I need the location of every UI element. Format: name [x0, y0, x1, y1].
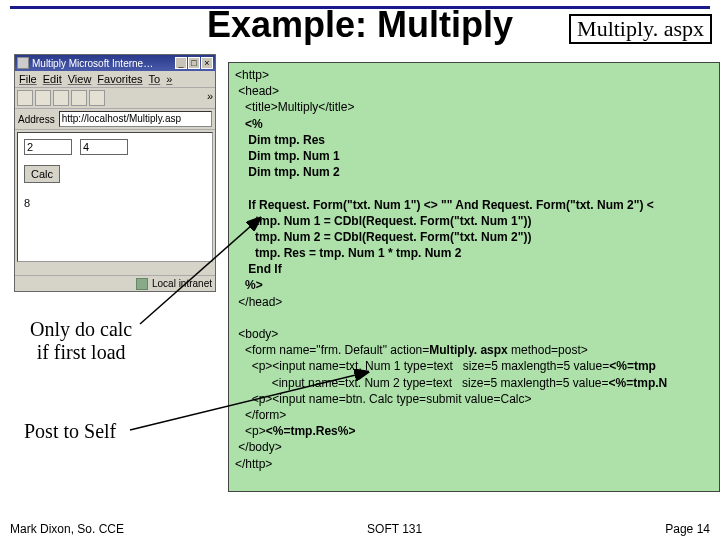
- minimize-button[interactable]: _: [175, 57, 187, 69]
- result-text: 8: [24, 197, 206, 209]
- code-line: End If: [235, 262, 282, 276]
- code-box: <http> <head> <title>Multiply</title> <%…: [228, 62, 720, 492]
- menu-favorites[interactable]: Favorites: [97, 73, 142, 85]
- code-line: <title>Multiply</title>: [235, 100, 354, 114]
- code-line: tmp. Num 2 = CDbl(Request. Form("txt. Nu…: [235, 230, 531, 244]
- status-text: Local intranet: [152, 278, 212, 289]
- code-line: Dim tmp. Res: [235, 133, 325, 147]
- caption-calc: Only do calc if first load: [30, 318, 132, 364]
- code-line: <%: [235, 117, 263, 131]
- code-line: </form>: [235, 408, 286, 422]
- back-icon[interactable]: [17, 90, 33, 106]
- code-line: %>: [235, 278, 263, 292]
- code-line: Dim tmp. Num 1: [235, 149, 340, 163]
- code-line: <body>: [235, 327, 278, 341]
- browser-toolbar: »: [15, 88, 215, 109]
- footer: Mark Dixon, So. CCE SOFT 131 Page 14: [0, 522, 720, 536]
- calc-button[interactable]: Calc: [24, 165, 60, 183]
- forward-icon[interactable]: [35, 90, 51, 106]
- address-bar: Address http://localhost/Multiply.asp: [15, 109, 215, 130]
- code-line: If Request. Form("txt. Num 1") <> "" And…: [235, 198, 654, 212]
- browser-titlebar: Multiply Microsoft Interne… _ □ ×: [15, 55, 215, 71]
- footer-left: Mark Dixon, So. CCE: [10, 522, 124, 536]
- refresh-icon[interactable]: [71, 90, 87, 106]
- code-line: <head>: [235, 84, 279, 98]
- address-label: Address: [18, 114, 55, 125]
- toolbar-chevron-icon[interactable]: »: [207, 90, 213, 106]
- menu-edit[interactable]: Edit: [43, 73, 62, 85]
- menu-view[interactable]: View: [68, 73, 92, 85]
- footer-center: SOFT 131: [367, 522, 422, 536]
- code-line: <input name=txt. Num 2 type=text size=5 …: [235, 376, 667, 390]
- code-line: <http>: [235, 68, 269, 82]
- num2-field[interactable]: [80, 139, 128, 155]
- code-line: tmp. Num 1 = CDbl(Request. Form("txt. Nu…: [235, 214, 531, 228]
- code-line: <p><input name=txt. Num 1 type=text size…: [235, 359, 656, 373]
- menu-tools[interactable]: To: [149, 73, 161, 85]
- menu-file[interactable]: File: [19, 73, 37, 85]
- code-line: Dim tmp. Num 2: [235, 165, 340, 179]
- code-line: <form name="frm. Default" action=Multipl…: [235, 343, 588, 357]
- code-line: </body>: [235, 440, 282, 454]
- code-line: </http>: [235, 457, 272, 471]
- code-line: </head>: [235, 295, 282, 309]
- stop-icon[interactable]: [53, 90, 69, 106]
- zone-icon: [136, 278, 148, 290]
- num1-field[interactable]: [24, 139, 72, 155]
- browser-content: Calc 8: [17, 132, 213, 262]
- caption-post: Post to Self: [24, 420, 116, 443]
- code-line: <p><%=tmp.Res%>: [235, 424, 355, 438]
- browser-title: Multiply Microsoft Interne…: [32, 58, 153, 69]
- home-icon[interactable]: [89, 90, 105, 106]
- filename-label: Multiply. aspx: [569, 14, 712, 44]
- address-input[interactable]: http://localhost/Multiply.asp: [59, 111, 212, 127]
- maximize-button[interactable]: □: [188, 57, 200, 69]
- footer-right: Page 14: [665, 522, 710, 536]
- browser-window: Multiply Microsoft Interne… _ □ × File E…: [14, 54, 216, 292]
- close-button[interactable]: ×: [201, 57, 213, 69]
- ie-icon: [17, 57, 29, 69]
- menu-chevron-icon[interactable]: »: [166, 73, 172, 85]
- browser-statusbar: Local intranet: [15, 275, 215, 291]
- code-line: tmp. Res = tmp. Num 1 * tmp. Num 2: [235, 246, 461, 260]
- browser-menubar: File Edit View Favorites To »: [15, 71, 215, 88]
- code-line: <p><input name=btn. Calc type=submit val…: [235, 392, 532, 406]
